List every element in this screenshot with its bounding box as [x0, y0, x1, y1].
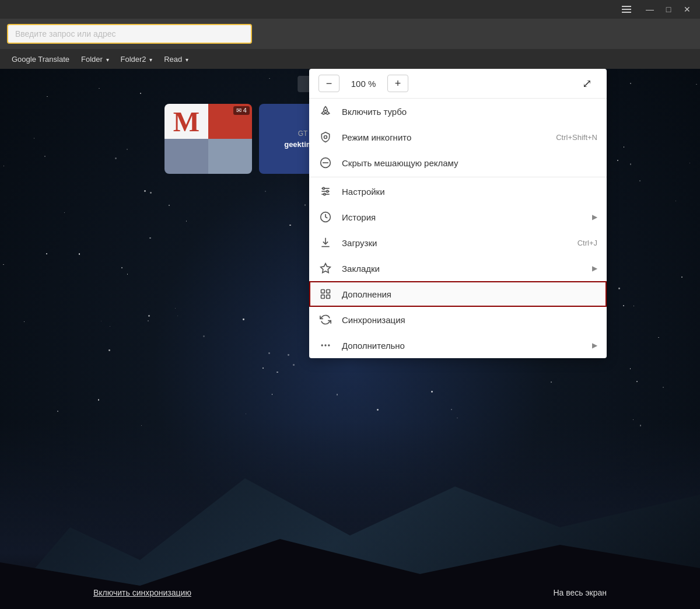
svg-marker-12	[321, 264, 331, 273]
zoom-value-display: 100 %	[349, 79, 378, 89]
bookmarks-bar: Google Translate Folder ▾ Folder2 ▾ Read…	[0, 49, 700, 69]
browser-window: — □ ✕ Введите запрос или адрес Google Tr…	[0, 0, 700, 609]
star-icon	[318, 261, 332, 275]
block-icon	[318, 156, 332, 170]
submenu-arrow-icon: ▶	[592, 213, 597, 221]
submenu-arrow-icon: ▶	[592, 264, 597, 272]
menu-item-history[interactable]: История ▶	[309, 204, 607, 230]
expand-icon: ⤢	[582, 76, 592, 90]
turbo-label: Включить турбо	[342, 107, 597, 117]
sync-label: Синхронизация	[342, 315, 597, 325]
clock-icon	[318, 210, 332, 224]
menu-item-addons[interactable]: Дополнения	[309, 281, 607, 307]
bookmark-label: Google Translate	[12, 55, 69, 64]
sliders-icon	[318, 184, 332, 198]
svg-point-1	[324, 136, 327, 139]
chevron-down-icon: ▾	[149, 57, 152, 63]
downloads-label: Загрузки	[342, 238, 568, 248]
context-menu: − 100 % + ⤢	[309, 69, 607, 358]
sync-link[interactable]: Включить синхронизацию	[93, 588, 191, 597]
chevron-down-icon: ▾	[106, 57, 109, 63]
gmail-m-letter: M	[173, 106, 200, 138]
gmail-light-area	[208, 139, 252, 174]
menu-item-downloads[interactable]: Загрузки Ctrl+J	[309, 230, 607, 256]
zoom-plus-icon: +	[395, 78, 401, 90]
zoom-increase-button[interactable]: +	[387, 75, 408, 92]
shield-icon	[318, 130, 332, 144]
svg-point-7	[323, 187, 324, 189]
maximize-icon: □	[666, 5, 671, 14]
fullscreen-label: На весь экран	[553, 588, 607, 597]
chevron-down-icon: ▾	[186, 57, 188, 63]
history-label: История	[342, 212, 583, 222]
gmail-badge: ✉ 4	[233, 106, 250, 115]
svg-point-18	[324, 344, 326, 346]
svg-point-0	[324, 110, 326, 111]
menu-item-sync[interactable]: Синхронизация	[309, 307, 607, 332]
title-bar: — □ ✕	[0, 0, 700, 19]
close-button[interactable]: ✕	[679, 4, 695, 15]
minimize-icon: —	[646, 5, 654, 14]
bookmark-read[interactable]: Read ▾	[159, 54, 193, 65]
gmail-blue-area	[164, 139, 208, 174]
divider-1	[309, 177, 607, 177]
menu-item-settings[interactable]: Настройки	[309, 178, 607, 204]
svg-point-19	[328, 344, 330, 346]
svg-rect-15	[327, 290, 330, 293]
incognito-label: Режим инкогнито	[342, 132, 547, 142]
menu-item-turbo[interactable]: Включить турбо	[309, 99, 607, 124]
navigation-bar: Введите запрос или адрес	[0, 19, 700, 49]
menu-item-bookmarks[interactable]: Закладки ▶	[309, 256, 607, 281]
menu-item-adblock[interactable]: Скрыть мешающую рекламу	[309, 150, 607, 176]
page-content: Табло Недавно M ✉ 4 GT geektimes	[0, 69, 700, 609]
rocket-icon	[318, 104, 332, 118]
menu-item-more[interactable]: Дополнительно ▶	[309, 332, 607, 358]
download-icon	[318, 236, 332, 250]
menu-item-incognito[interactable]: Режим инкогнито Ctrl+Shift+N	[309, 124, 607, 150]
zoom-fullscreen-button[interactable]: ⤢	[576, 75, 597, 92]
gt-prefix: GT	[298, 130, 308, 138]
bookmark-label: Folder	[81, 55, 103, 64]
address-bar[interactable]: Введите запрос или адрес	[7, 24, 252, 44]
bookmark-google-translate[interactable]: Google Translate	[7, 54, 74, 65]
svg-rect-16	[327, 295, 330, 299]
svg-point-9	[324, 193, 326, 195]
address-placeholder: Введите запрос или адрес	[15, 29, 116, 38]
submenu-arrow-icon: ▶	[592, 341, 597, 349]
dots-icon	[318, 338, 332, 352]
zoom-minus-icon: −	[326, 78, 332, 90]
svg-rect-13	[321, 290, 325, 293]
hamburger-menu-button[interactable]	[618, 4, 635, 15]
settings-label: Настройки	[342, 187, 597, 197]
dial-tile-gmail[interactable]: M ✉ 4	[164, 104, 252, 174]
gmail-logo-area: M	[164, 104, 208, 139]
minimize-button[interactable]: —	[642, 4, 658, 15]
maximize-button[interactable]: □	[660, 4, 677, 15]
incognito-shortcut: Ctrl+Shift+N	[556, 133, 597, 142]
adblock-label: Скрыть мешающую рекламу	[342, 158, 597, 168]
close-icon: ✕	[684, 5, 691, 14]
downloads-shortcut: Ctrl+J	[578, 239, 597, 247]
zoom-bar: − 100 % + ⤢	[309, 69, 607, 99]
sync-label: Включить синхронизацию	[93, 588, 191, 597]
svg-point-8	[327, 190, 328, 192]
fullscreen-link[interactable]: На весь экран	[553, 588, 607, 597]
zoom-decrease-button[interactable]: −	[318, 75, 340, 92]
sync-icon	[318, 313, 332, 327]
addons-icon	[318, 287, 332, 301]
bookmark-label: Read	[164, 55, 182, 64]
bookmarks-label: Закладки	[342, 264, 583, 274]
svg-rect-14	[321, 295, 325, 299]
svg-point-17	[321, 344, 323, 346]
bookmark-folder[interactable]: Folder ▾	[76, 54, 113, 65]
more-label: Дополнительно	[342, 341, 583, 351]
addons-label: Дополнения	[342, 289, 597, 299]
bookmark-label: Folder2	[121, 55, 146, 64]
bookmark-folder2[interactable]: Folder2 ▾	[116, 54, 158, 65]
